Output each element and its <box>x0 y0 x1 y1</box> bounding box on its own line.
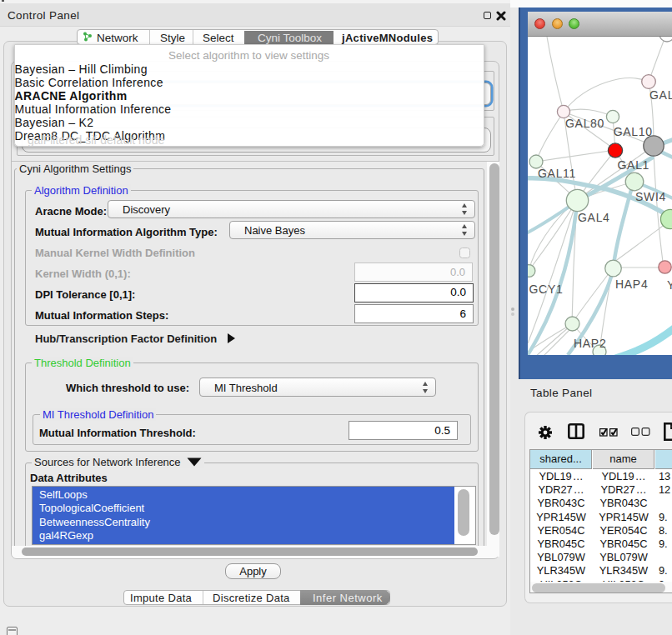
svg-text:GAL4: GAL4 <box>578 211 610 224</box>
svg-text:GAL10: GAL10 <box>614 125 653 138</box>
svg-text:Y: Y <box>667 278 672 292</box>
svg-text:SWI4: SWI4 <box>635 190 666 203</box>
svg-text:HAP4: HAP4 <box>615 278 648 291</box>
svg-text:GAL: GAL <box>649 88 672 102</box>
svg-text:GAL80: GAL80 <box>565 117 604 130</box>
svg-text:HAP2: HAP2 <box>574 337 606 350</box>
svg-text:GAL1: GAL1 <box>618 158 650 172</box>
svg-text:GAL11: GAL11 <box>538 167 576 180</box>
svg-text:GCY1: GCY1 <box>529 282 564 296</box>
